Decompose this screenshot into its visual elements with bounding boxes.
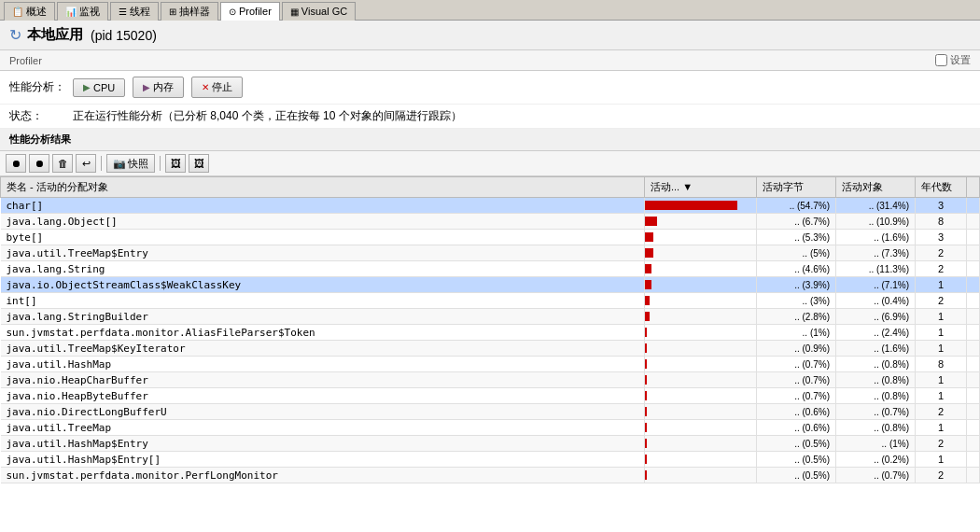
col-activebytes[interactable]: 活动字节: [757, 177, 836, 198]
table-row[interactable]: java.lang.Object[].. (6.7%).. (10.9%)8: [1, 214, 980, 230]
settings-check[interactable]: [935, 54, 947, 66]
table-row[interactable]: java.util.TreeMap$Entry.. (5%).. (7.3%)2: [1, 245, 980, 261]
cell-bar: [645, 404, 757, 420]
table-row[interactable]: java.util.HashMap$Entry[].. (0.5%).. (0.…: [1, 452, 980, 468]
visualgc-icon: ▦: [290, 7, 299, 17]
table-header-row: 类名 - 活动的分配对象 活动... ▼ 活动字节 活动对象 年代数: [1, 177, 980, 198]
app-title: 本地应用: [27, 26, 83, 44]
table-row[interactable]: java.util.HashMap$Entry.. (0.5%).. (1%)2: [1, 436, 980, 452]
monitor-icon: 📊: [65, 7, 77, 17]
cell-generations: 1: [916, 420, 967, 436]
stop-button[interactable]: ✕ 停止: [191, 77, 243, 98]
cell-objects: .. (0.8%): [836, 372, 916, 388]
table-row[interactable]: java.nio.HeapCharBuffer.. (0.7%).. (0.8%…: [1, 372, 980, 388]
table-row[interactable]: java.lang.String.. (4.6%).. (11.3%)2: [1, 261, 980, 277]
col-classname[interactable]: 类名 - 活动的分配对象: [1, 177, 645, 198]
cell-objects: .. (0.4%): [836, 293, 916, 309]
toolbar-btn-2[interactable]: ⏺: [29, 154, 49, 173]
toolbar-btn-img2[interactable]: 🖼: [189, 154, 209, 173]
pid-text: (pid 15020): [91, 28, 157, 43]
table-body: char[].. (54.7%).. (31.4%)3java.lang.Obj…: [1, 198, 980, 483]
tab-overview[interactable]: 📋 概述: [4, 2, 55, 21]
cell-classname: java.util.TreeMap$Entry: [1, 245, 645, 261]
table-row[interactable]: sun.jvmstat.perfdata.monitor.AliasFilePa…: [1, 325, 980, 341]
cell-extra: [967, 404, 980, 420]
col-activebar-label: 活动... ▼: [651, 181, 693, 192]
tab-monitor-label: 监视: [79, 5, 100, 19]
cell-bar: [645, 198, 757, 214]
memory-button[interactable]: ▶ 内存: [133, 77, 184, 98]
tab-sampler[interactable]: ⊞ 抽样器: [161, 2, 218, 21]
mem-btn-label: 内存: [153, 80, 174, 94]
cell-classname: char[]: [1, 198, 645, 214]
tab-profiler[interactable]: ⊙ Profiler: [220, 2, 280, 21]
cell-classname: java.nio.DirectLongBufferU: [1, 404, 645, 420]
tab-visualgc-label: Visual GC: [301, 6, 347, 17]
cell-bytes: .. (54.7%): [757, 198, 836, 214]
cell-extra: [967, 341, 980, 357]
table-row[interactable]: byte[].. (5.3%).. (1.6%)3: [1, 230, 980, 245]
cell-bytes: .. (0.6%): [757, 404, 836, 420]
title-bar: ↻ 本地应用 (pid 15020): [0, 21, 980, 50]
cell-extra: [967, 420, 980, 436]
tab-threads[interactable]: ☰ 线程: [110, 2, 159, 21]
cell-bytes: .. (0.9%): [757, 341, 836, 357]
cell-bytes: .. (0.5%): [757, 452, 836, 468]
cell-objects: .. (7.3%): [836, 245, 916, 261]
cell-classname: java.nio.HeapByteBuffer: [1, 388, 645, 404]
cell-bytes: .. (5.3%): [757, 230, 836, 245]
table-row[interactable]: char[].. (54.7%).. (31.4%)3: [1, 198, 980, 214]
mem-icon: ▶: [143, 82, 150, 92]
main-content: ↻ 本地应用 (pid 15020) Profiler 设置 性能分析： ▶ C…: [0, 21, 980, 532]
cell-classname: java.lang.Object[]: [1, 214, 645, 230]
cell-bytes: .. (0.5%): [757, 436, 836, 452]
settings-checkbox[interactable]: 设置: [935, 53, 971, 67]
app-icon: ↻: [9, 26, 21, 44]
settings-label: 设置: [950, 53, 971, 67]
table-container[interactable]: 类名 - 活动的分配对象 活动... ▼ 活动字节 活动对象 年代数: [0, 176, 980, 509]
cell-bytes: .. (4.6%): [757, 261, 836, 277]
cell-objects: .. (11.3%): [836, 261, 916, 277]
cell-objects: .. (31.4%): [836, 198, 916, 214]
cell-objects: .. (1.6%): [836, 230, 916, 245]
cell-bar: [645, 436, 757, 452]
table-row[interactable]: java.io.ObjectStreamClass$WeakClassKey..…: [1, 277, 980, 293]
table-row[interactable]: java.util.TreeMap$KeyIterator.. (0.9%)..…: [1, 341, 980, 357]
cell-bar: [645, 357, 757, 372]
cell-extra: [967, 214, 980, 230]
table-row[interactable]: java.util.HashMap.. (0.7%).. (0.8%)8: [1, 357, 980, 372]
toolbar-separator-2: [160, 156, 161, 171]
cpu-button[interactable]: ▶ CPU: [73, 78, 125, 97]
table-row[interactable]: java.lang.StringBuilder.. (2.8%).. (6.9%…: [1, 309, 980, 325]
tab-visualgc[interactable]: ▦ Visual GC: [282, 2, 356, 21]
results-header: 性能分析结果: [0, 129, 980, 151]
table-row[interactable]: java.nio.DirectLongBufferU.. (0.6%).. (0…: [1, 404, 980, 420]
table-row[interactable]: int[].. (3%).. (0.4%)2: [1, 293, 980, 309]
status-row: 状态： 正在运行性能分析（已分析 8,040 个类，正在按每 10 个对象的间隔…: [0, 105, 980, 129]
cell-generations: 1: [916, 452, 967, 468]
col-activebar[interactable]: 活动... ▼: [645, 177, 757, 198]
toolbar-btn-back[interactable]: ↩: [76, 154, 96, 173]
col-activeobjects[interactable]: 活动对象: [836, 177, 916, 198]
tab-sampler-label: 抽样器: [179, 5, 210, 19]
cell-bar: [645, 277, 757, 293]
cell-bytes: .. (5%): [757, 245, 836, 261]
toolbar-btn-1[interactable]: ⏺: [6, 154, 26, 173]
snapshot-button[interactable]: 📷 快照: [106, 154, 155, 173]
cell-classname: java.util.TreeMap$KeyIterator: [1, 341, 645, 357]
tab-monitor[interactable]: 📊 监视: [57, 2, 108, 21]
toolbar-btn-clear[interactable]: 🗑: [52, 154, 73, 173]
cell-bar: [645, 325, 757, 341]
toolbar-btn-img1[interactable]: 🖼: [165, 154, 186, 173]
table-row[interactable]: java.nio.HeapByteBuffer.. (0.7%).. (0.8%…: [1, 388, 980, 404]
col-generations[interactable]: 年代数: [916, 177, 967, 198]
cpu-icon: ▶: [83, 82, 91, 92]
cpu-btn-label: CPU: [93, 82, 115, 93]
col-activebytes-label: 活动字节: [763, 181, 804, 192]
table-row[interactable]: sun.jvmstat.perfdata.monitor.PerfLongMon…: [1, 468, 980, 483]
cell-classname: java.util.HashMap: [1, 357, 645, 372]
analysis-label: 性能分析：: [9, 79, 65, 95]
snapshot-label: 快照: [128, 157, 148, 171]
table-row[interactable]: java.util.TreeMap.. (0.6%).. (0.8%)1: [1, 420, 980, 436]
cell-generations: 1: [916, 372, 967, 388]
